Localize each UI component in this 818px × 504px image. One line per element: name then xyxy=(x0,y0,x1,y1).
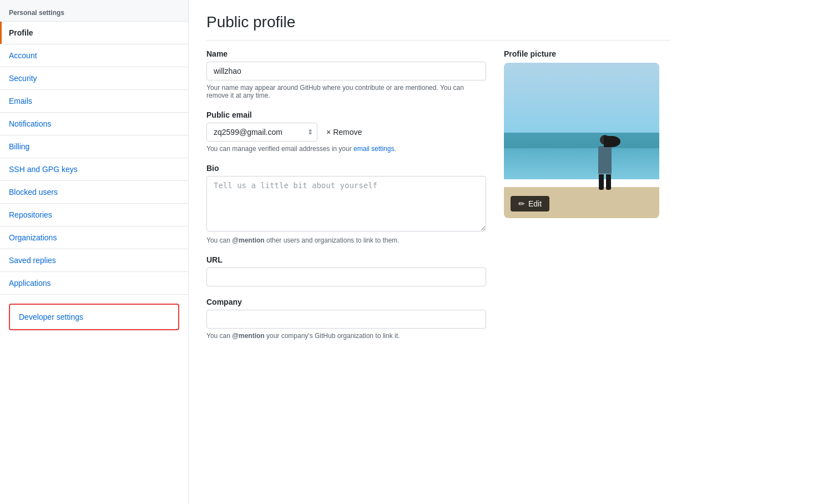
company-help-prefix: You can xyxy=(206,332,232,340)
email-help-suffix: . xyxy=(394,145,396,153)
person-legs xyxy=(594,174,616,190)
email-help: You can manage verified email addresses … xyxy=(206,145,486,153)
sidebar-header: Personal settings xyxy=(0,0,188,22)
email-help-prefix: You can manage verified email addresses … xyxy=(206,145,354,153)
remove-email-button[interactable]: × Remove xyxy=(322,125,366,139)
waves-bg xyxy=(504,148,659,179)
page-title: Public profile xyxy=(206,13,670,41)
sidebar-item-organizations[interactable]: Organizations xyxy=(0,226,188,249)
sidebar-item-blocked-users[interactable]: Blocked users xyxy=(0,181,188,204)
sidebar-item-repositories[interactable]: Repositories xyxy=(0,204,188,226)
company-label: Company xyxy=(206,298,486,306)
bio-mention: @mention xyxy=(232,236,264,244)
main-content: Public profile Name Your name may appear… xyxy=(189,0,688,504)
bio-help: You can @mention other users and organiz… xyxy=(206,236,486,244)
name-label: Name xyxy=(206,49,486,58)
sidebar-item-billing[interactable]: Billing xyxy=(0,135,188,158)
sidebar-link-ssh-gpg[interactable]: SSH and GPG keys xyxy=(0,158,188,180)
edit-profile-picture-button[interactable]: ✏ Edit xyxy=(511,196,549,211)
sidebar-item-emails[interactable]: Emails xyxy=(0,90,188,113)
sidebar-item-profile[interactable]: Profile xyxy=(0,22,188,44)
person-body xyxy=(598,146,612,174)
bio-group: Bio You can @mention other users and org… xyxy=(206,164,486,244)
email-settings-link[interactable]: email settings xyxy=(354,145,394,153)
email-group: Public email zq2599@gmail.com ⇕ × Remove xyxy=(206,110,486,153)
url-label: URL xyxy=(206,255,486,264)
content-body: Name Your name may appear around GitHub … xyxy=(206,49,670,351)
sidebar-item-security[interactable]: Security xyxy=(0,67,188,90)
developer-settings-box[interactable]: Developer settings xyxy=(9,304,179,330)
company-help: You can @mention your company's GitHub o… xyxy=(206,332,486,340)
sidebar-nav: Profile Account Security Emails Notifica… xyxy=(0,22,188,295)
sidebar-item-account[interactable]: Account xyxy=(0,44,188,67)
bio-textarea[interactable] xyxy=(206,176,486,231)
email-row: zq2599@gmail.com ⇕ × Remove xyxy=(206,123,486,142)
edit-button-label: Edit xyxy=(528,199,542,208)
profile-picture-scene xyxy=(504,63,659,218)
company-help-suffix: your company's GitHub organization to li… xyxy=(265,332,400,340)
profile-picture-section: Profile picture xyxy=(504,49,670,351)
person-figure xyxy=(594,135,616,190)
sidebar-link-notifications[interactable]: Notifications xyxy=(0,113,188,135)
name-input[interactable] xyxy=(206,62,486,80)
sidebar-item-applications[interactable]: Applications xyxy=(0,272,188,295)
sidebar-link-saved-replies[interactable]: Saved replies xyxy=(0,249,188,271)
sidebar-item-ssh-gpg[interactable]: SSH and GPG keys xyxy=(0,158,188,181)
sidebar-link-emails[interactable]: Emails xyxy=(0,90,188,112)
profile-picture-label: Profile picture xyxy=(504,49,670,58)
company-group: Company You can @mention your company's … xyxy=(206,298,486,340)
sidebar-link-billing[interactable]: Billing xyxy=(0,135,188,158)
sidebar-item-notifications[interactable]: Notifications xyxy=(0,113,188,135)
person-leg-right xyxy=(606,174,611,190)
form-section: Name Your name may appear around GitHub … xyxy=(206,49,486,351)
sidebar-item-saved-replies[interactable]: Saved replies xyxy=(0,249,188,272)
person-hair xyxy=(604,136,620,147)
email-label: Public email xyxy=(206,110,486,119)
profile-picture-container: ✏ Edit xyxy=(504,63,659,218)
url-input[interactable] xyxy=(206,268,486,286)
edit-pencil-icon: ✏ xyxy=(518,199,525,208)
remove-label: Remove xyxy=(333,128,362,137)
bio-label: Bio xyxy=(206,164,486,173)
sidebar: Personal settings Profile Account Securi… xyxy=(0,0,189,504)
sidebar-link-profile[interactable]: Profile xyxy=(0,22,188,44)
email-select-wrap: zq2599@gmail.com ⇕ xyxy=(206,123,317,142)
sidebar-link-repositories[interactable]: Repositories xyxy=(0,204,188,226)
company-input[interactable] xyxy=(206,310,486,329)
bio-help-suffix: other users and organizations to link to… xyxy=(265,236,400,244)
person-leg-left xyxy=(599,174,604,190)
name-group: Name Your name may appear around GitHub … xyxy=(206,49,486,99)
url-group: URL xyxy=(206,255,486,286)
email-select[interactable]: zq2599@gmail.com xyxy=(206,123,317,142)
company-mention: @mention xyxy=(232,332,264,340)
sidebar-link-blocked-users[interactable]: Blocked users xyxy=(0,181,188,203)
sidebar-link-account[interactable]: Account xyxy=(0,44,188,67)
remove-x-icon: × xyxy=(326,128,331,137)
sidebar-link-organizations[interactable]: Organizations xyxy=(0,226,188,249)
sidebar-link-applications[interactable]: Applications xyxy=(0,272,188,294)
bio-help-prefix: You can xyxy=(206,236,232,244)
name-help: Your name may appear around GitHub where… xyxy=(206,84,486,99)
developer-settings-link[interactable]: Developer settings xyxy=(10,305,178,329)
sidebar-link-security[interactable]: Security xyxy=(0,67,188,89)
